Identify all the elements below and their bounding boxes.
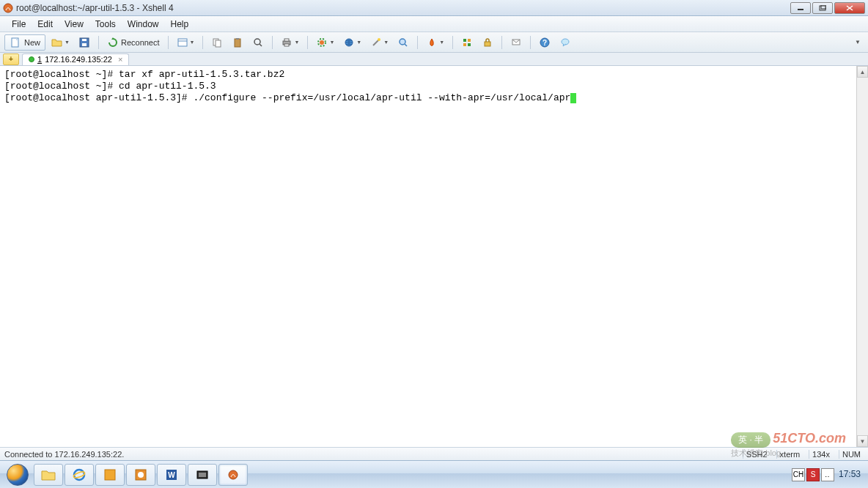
menu-file[interactable]: File (6, 18, 32, 31)
ie-icon (73, 468, 86, 481)
window-title: root@localhost:~/apr-util-1.5.3 - Xshell… (16, 3, 790, 13)
svg-rect-28 (463, 39, 466, 42)
fire-icon (426, 37, 438, 48)
svg-rect-15 (236, 38, 239, 40)
svg-line-27 (405, 44, 407, 46)
svg-text:?: ? (542, 39, 547, 47)
properties-button[interactable]: ▼ (174, 34, 198, 51)
bubble-button[interactable] (556, 34, 574, 51)
toolbar-separator (452, 36, 453, 49)
tool2-button[interactable]: ▼ (340, 34, 364, 51)
tab-number: 1 (37, 55, 42, 64)
scroll-up-button[interactable]: ▲ (857, 66, 868, 78)
taskbar-item-app2[interactable] (126, 464, 155, 486)
save-button[interactable] (76, 34, 93, 51)
taskbar-item-word[interactable]: W (157, 464, 186, 486)
folder-icon (41, 469, 56, 481)
paste-button[interactable] (229, 34, 246, 51)
add-tab-button[interactable]: + (3, 53, 19, 65)
tab-close-button[interactable]: × (118, 55, 122, 64)
svg-rect-29 (468, 39, 471, 42)
bubble-icon (559, 37, 571, 48)
toolbar-separator (307, 36, 308, 49)
svg-rect-20 (284, 44, 289, 46)
reconnect-label: Reconnect (121, 38, 160, 47)
statusbar: Connected to 172.16.249.135:22. SSH2 xte… (0, 447, 868, 460)
ime-mode[interactable]: S (806, 468, 820, 481)
chevron-down-icon: ▼ (190, 40, 195, 45)
menu-help[interactable]: Help (165, 18, 195, 31)
svg-point-25 (378, 38, 380, 41)
menu-tools[interactable]: Tools (89, 18, 122, 31)
paste-icon (232, 37, 243, 48)
taskbar-item-xshell[interactable] (218, 464, 248, 486)
tool8-button[interactable] (507, 34, 525, 51)
help-icon: ? (539, 37, 551, 48)
taskbar-item-app3[interactable] (188, 464, 217, 486)
wand-icon (370, 37, 382, 48)
menu-edit[interactable]: Edit (32, 18, 59, 31)
svg-point-26 (400, 39, 405, 45)
svg-line-17 (260, 44, 262, 46)
reconnect-button[interactable]: Reconnect (104, 34, 163, 51)
taskbar-item-explorer[interactable] (34, 464, 63, 486)
toolbar-separator (168, 36, 169, 49)
chevron-down-icon: ▼ (356, 40, 361, 45)
chevron-down-icon: ▼ (383, 40, 389, 45)
tool4-button[interactable] (394, 34, 412, 51)
xshell-icon (227, 469, 239, 481)
copy-button[interactable] (208, 34, 226, 51)
tool3-button[interactable]: ▼ (367, 34, 391, 51)
clock[interactable]: 17:53 (839, 470, 861, 479)
toolbar-separator (501, 36, 502, 49)
new-button[interactable]: New (4, 34, 45, 51)
tool5-button[interactable]: ▼ (423, 34, 447, 51)
taskbar-item-app1[interactable] (95, 464, 125, 486)
toolbar-separator (202, 36, 203, 49)
printer-icon (281, 37, 293, 48)
reconnect-icon (107, 37, 119, 48)
print-button[interactable]: ▼ (278, 34, 302, 51)
toolbar-overflow[interactable]: ▼ (852, 39, 864, 45)
menu-window[interactable]: Window (122, 18, 165, 31)
scrollbar[interactable]: ▲ ▼ (856, 66, 868, 447)
find-button[interactable] (249, 34, 267, 51)
terminal-text: [root@localhost apr-util-1.5.3]# ./confi… (4, 92, 570, 103)
svg-rect-8 (82, 43, 87, 46)
tool7-button[interactable] (479, 34, 496, 51)
toolbar-separator (530, 36, 531, 49)
svg-rect-2 (820, 6, 825, 10)
new-label: New (24, 38, 40, 47)
taskbar: W CH S ‥ 17:53 (0, 460, 868, 488)
new-doc-icon (10, 37, 21, 48)
ime-punct[interactable]: ‥ (821, 468, 834, 481)
terminal-line: [root@localhost ~]# cd apr-util-1.5.3 (4, 81, 864, 92)
status-termtype: xterm (776, 450, 803, 459)
app3-icon (196, 468, 209, 481)
maximize-button[interactable] (812, 2, 833, 14)
svg-rect-45 (199, 473, 206, 477)
windows-orb-icon (7, 464, 29, 486)
start-button[interactable] (3, 462, 32, 487)
taskbar-item-ie[interactable] (65, 464, 94, 486)
save-icon (78, 37, 90, 48)
toolbar-separator (98, 36, 99, 49)
globe-icon (343, 37, 355, 48)
tool6-button[interactable] (458, 34, 476, 51)
close-button[interactable] (834, 2, 865, 14)
tool1-button[interactable]: ▼ (313, 34, 337, 51)
terminal[interactable]: [root@localhost ~]# tar xf apr-util-1.5.… (0, 66, 868, 447)
help-button[interactable]: ? (536, 34, 553, 51)
cursor-icon (570, 93, 576, 103)
ime-lang[interactable]: CH (792, 468, 805, 481)
session-tab[interactable]: 1 172.16.249.135:22 × (22, 53, 129, 65)
menu-view[interactable]: View (59, 18, 89, 31)
titlebar: root@localhost:~/apr-util-1.5.3 - Xshell… (0, 0, 868, 16)
svg-point-16 (254, 39, 260, 45)
app1-icon (103, 468, 117, 481)
scroll-down-button[interactable]: ▼ (857, 435, 868, 447)
open-button[interactable]: ▼ (48, 34, 73, 51)
svg-point-41 (138, 472, 144, 478)
minimize-button[interactable] (790, 2, 811, 14)
chevron-down-icon: ▼ (65, 40, 70, 45)
